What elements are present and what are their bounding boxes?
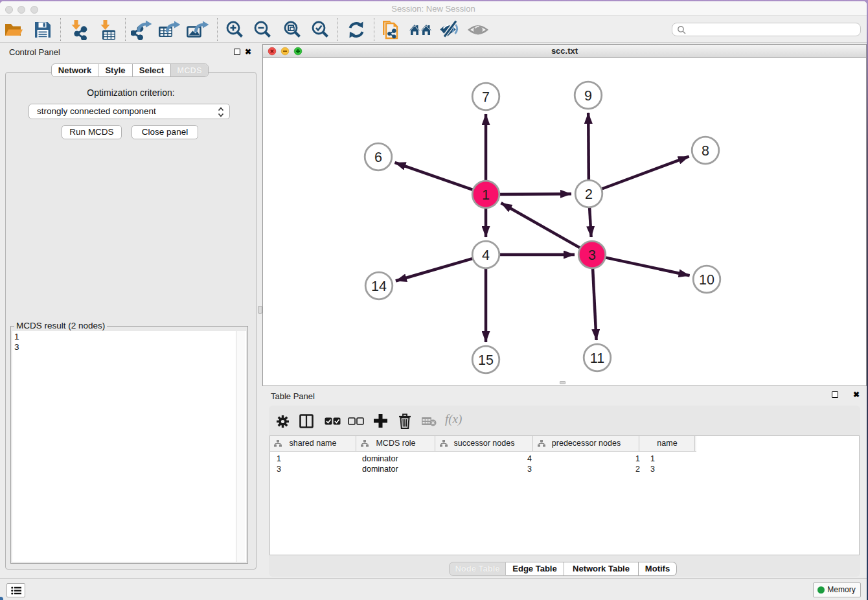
svg-text:14: 14: [371, 279, 387, 294]
svg-text:10: 10: [699, 272, 714, 288]
svg-text:2: 2: [585, 187, 593, 202]
svg-text:6: 6: [374, 150, 382, 165]
svg-text:15: 15: [478, 352, 494, 368]
svg-text:3: 3: [588, 248, 596, 263]
svg-text:1: 1: [482, 187, 490, 203]
svg-text:11: 11: [590, 351, 604, 366]
svg-text:9: 9: [584, 88, 592, 104]
svg-text:4: 4: [482, 248, 490, 263]
svg-text:7: 7: [482, 89, 490, 105]
svg-text:8: 8: [702, 143, 709, 159]
